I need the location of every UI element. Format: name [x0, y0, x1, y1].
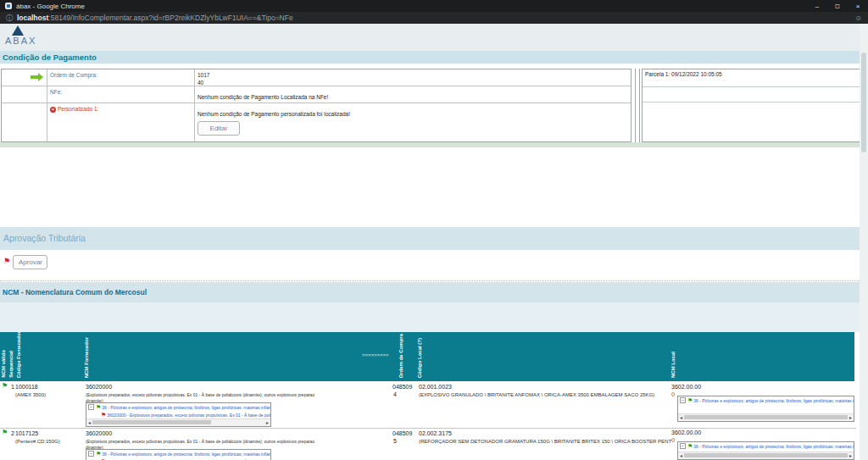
payment-label-cell: Ordem de Compra: [47, 69, 195, 86]
tree-node-chapter[interactable]: − ⚑ 36 - Pólvoras e explosivos; artigos … [678, 442, 854, 450]
green-flag-icon: ⚑ [687, 443, 693, 449]
header-codigo-local: Código Local (?) [417, 338, 422, 378]
payment-row-nfe: NFe: Nenhum condição de Pagamento Locali… [2, 86, 631, 103]
page-scrollbar[interactable] [860, 24, 868, 460]
scrollbar-thumb[interactable] [684, 453, 848, 457]
abax-logo[interactable]: ABAX [5, 25, 36, 47]
local-code-desc: (REFORÇADOR SEM DETONADOR GRAMATURA 150G… [419, 438, 671, 445]
url-bar[interactable]: ⓘ localhost:58149/InfoComplementar.aspx?… [0, 12, 868, 24]
header-ncm-fornecedor: NCM Fornecedor [84, 337, 89, 378]
supplier-code-desc: (Pentex#.CD:150G) [15, 438, 60, 445]
scroll-left-icon[interactable]: ◄ [679, 452, 683, 459]
personalizado-label: Personalizado 1: [58, 106, 98, 112]
url-path: :58149/InfoComplementar.aspx?id=rBP2reik… [48, 14, 292, 22]
collapse-icon[interactable]: − [88, 404, 94, 410]
minimize-button[interactable]: – [807, 3, 827, 10]
tree-code-link[interactable]: 36020000 - Explosivos preparados, exceto… [107, 413, 270, 418]
scroll-left-icon[interactable]: ◄ [679, 414, 683, 421]
tree-node-chapter[interactable]: − ⚑ 36 - Pólvoras e explosivos; artigos … [86, 450, 270, 457]
payment-row-ordem-compra: Ordem de Compra: 1017 40 [2, 69, 631, 86]
ncm-table-header: NCM válido Sequencial Código Fornecedor … [0, 332, 854, 381]
supplier-ncm-tree[interactable]: − ⚑ 36 - Pólvoras e explosivos; artigos … [86, 402, 271, 427]
scroll-right-icon[interactable]: ► [265, 419, 270, 426]
supplier-code: 1017125 [15, 430, 38, 437]
supplier-code-desc: (AMEX 3500) [15, 391, 46, 398]
page-scrollbar-thumb[interactable] [861, 53, 866, 152]
browser-extra-icon[interactable]: ⊙ [855, 14, 861, 22]
page-header-band: ABAX [0, 24, 868, 51]
tree-chapter-link[interactable]: 36 - Pólvoras e explosivos; artigos de p… [102, 405, 270, 410]
green-arrow-icon [31, 75, 38, 79]
editar-button[interactable]: Editar [198, 121, 240, 136]
purchase-order: 048509 [392, 430, 412, 437]
tree-node-chapter[interactable]: − ⚑ 36 - Pólvoras e explosivos; artigos … [86, 403, 270, 411]
ncm-valid-flag-icon: ⚑ [2, 383, 8, 390]
section-title-condicao-pagamento: Condição de Pagamento [0, 51, 868, 64]
local-code: 02.001.0023 [419, 384, 452, 391]
tree-chapter-link[interactable]: 36 - Pólvoras e explosivos; artigos de p… [693, 398, 854, 403]
scrollbar-thumb[interactable] [92, 420, 211, 424]
header-ordem-de-compra: Ordem de Compra [398, 334, 403, 378]
supplier-ncm-tree[interactable]: − ⚑ 36 - Pólvoras e explosivos; artigos … [86, 449, 271, 460]
payment-table-spacer-columns [635, 69, 640, 142]
horizontal-scrollbar[interactable]: ◄ ► [678, 452, 854, 459]
local-code: 02.002.3175 [419, 430, 452, 437]
dotted-divider [0, 280, 868, 281]
tree-chapter-link[interactable]: 36 - Pólvoras e explosivos; artigos de p… [102, 452, 270, 457]
payment-row-personalizado: ×Personalizado 1: Nenhum condição de Pag… [2, 103, 631, 141]
payment-value-cell: 1017 40 [195, 69, 631, 86]
header-codigo-fornecedor: Código Fornecedor [16, 331, 21, 378]
tree-chapter-link[interactable]: 36 - Pólvoras e explosivos; artigos de p… [693, 444, 854, 449]
payment-label-cell: ×Personalizado 1: [47, 103, 195, 141]
supplier-ncm-code: 36020000 [86, 430, 112, 437]
tree-node-chapter[interactable]: − ⚑ 36 - Pólvoras e explosivos; artigos … [678, 396, 854, 404]
local-ncm-tree[interactable]: − ⚑ 36 - Pólvoras e explosivos; artigos … [677, 396, 854, 422]
scrollbar-thumb[interactable] [684, 415, 848, 419]
aprovar-button[interactable]: Aprovar [13, 255, 47, 269]
horizontal-scrollbar[interactable]: ◄ ► [86, 418, 270, 426]
row-separator [0, 428, 856, 429]
purchase-order: 048509 [392, 384, 412, 391]
scroll-right-icon[interactable]: ► [849, 414, 853, 421]
nfe-message: Nenhum condição de Pagamento Localizada … [198, 93, 328, 101]
maximize-button[interactable]: ◻ [827, 3, 848, 10]
scroll-left-icon[interactable]: ◄ [87, 419, 92, 426]
local-ncm-note: () [671, 436, 675, 443]
collapse-icon[interactable]: − [88, 451, 94, 457]
header-ncm-local: NCM Local [670, 352, 676, 378]
info-icon[interactable]: ⓘ [6, 14, 13, 23]
ordem-de-compra-label: Ordem de Compra: [50, 72, 97, 78]
header-ncm-valido: NCM válido [1, 350, 6, 378]
payment-row-marker-cell [2, 69, 47, 86]
purchase-order-item: 4 [393, 391, 397, 398]
purchase-order-item: 5 [393, 438, 397, 445]
red-flag-icon: ⚑ [3, 258, 10, 265]
supplier-ncm-desc: (Explosivos preparados, exceto pólvoras … [86, 391, 314, 398]
nfe-label: NFe: [50, 89, 62, 95]
local-ncm-tree[interactable]: − ⚑ 36 - Pólvoras e explosivos; artigos … [677, 441, 854, 460]
section-title-ncm: NCM - Nomenclatura Comum do Mercosul [0, 282, 868, 302]
supplier-ncm-code: 36020000 [86, 384, 112, 391]
scroll-right-icon[interactable]: ► [849, 452, 853, 459]
green-flag-icon: ⚑ [96, 404, 101, 410]
parcela-empty-cell [643, 103, 865, 141]
ncm-valid-flag-icon: ⚑ [2, 430, 8, 436]
ncm-table-body: ⚑ 1 1000118 (AMEX 3500) 36020000 (Explos… [0, 381, 868, 460]
local-code-desc: (EXPLOSIVO GRANULADO \ BRITANITE ANFOMAX… [419, 391, 671, 398]
green-flag-icon: ⚑ [96, 451, 101, 457]
collapse-icon[interactable]: − [680, 443, 686, 449]
mapping-arrows-label: >>>>>>>>> [362, 352, 389, 357]
url-host: localhost [17, 14, 48, 22]
window-controls: – ◻ × [807, 3, 868, 10]
green-flag-icon: ⚑ [687, 397, 693, 403]
abax-logo-text: ABAX [5, 36, 36, 47]
horizontal-scrollbar[interactable]: ◄ ► [678, 413, 854, 421]
close-button[interactable]: × [848, 3, 868, 10]
supplier-ncm-desc: (Explosivos preparados, exceto pólvoras … [86, 438, 314, 445]
tree-node-code[interactable]: ⚑ 36020000 - Explosivos preparados, exce… [86, 411, 270, 418]
local-ncm-code: 3602.00.00 [671, 430, 701, 436]
row-sequence: 1 [11, 384, 14, 391]
collapse-icon[interactable]: − [680, 397, 686, 403]
header-sequencial: Sequencial [8, 351, 14, 378]
browser-window: ábax - Google Chrome – ◻ × ⓘ localhost:5… [0, 0, 868, 460]
